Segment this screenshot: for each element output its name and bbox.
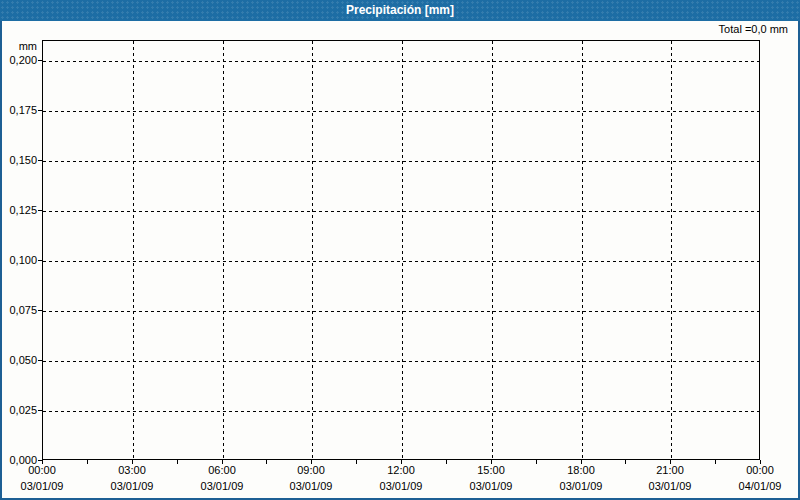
y-tick-label: 0,150 [0, 153, 37, 167]
x-axis-minor-tick [311, 460, 312, 464]
x-time-label: 00:00 [730, 464, 790, 476]
y-axis-unit-label: mm [0, 39, 37, 53]
y-axis-tick [38, 60, 42, 61]
x-axis-minor-tick [87, 460, 88, 464]
x-gridline [671, 41, 672, 459]
y-gridline [43, 161, 759, 162]
y-axis-tick [38, 310, 42, 311]
x-axis-minor-tick [491, 460, 492, 464]
chart-title-bar: Precipitación [mm] [0, 0, 800, 21]
x-axis-minor-tick [760, 460, 761, 464]
y-axis-tick [38, 110, 42, 111]
x-time-label: 06:00 [192, 464, 252, 476]
x-axis-minor-tick [266, 460, 267, 464]
x-gridline [133, 41, 134, 459]
y-gridline [43, 361, 759, 362]
x-date-label: 03/01/09 [366, 480, 436, 492]
y-axis-tick [38, 210, 42, 211]
x-axis-minor-tick [715, 460, 716, 464]
x-date-label: 03/01/09 [635, 480, 705, 492]
x-gridline [312, 41, 313, 459]
x-axis-minor-tick [581, 460, 582, 464]
x-date-label: 03/01/09 [7, 480, 77, 492]
x-date-label: 04/01/09 [725, 480, 795, 492]
x-axis-minor-tick [446, 460, 447, 464]
x-date-label: 03/01/09 [187, 480, 257, 492]
y-tick-label: 0,050 [0, 353, 37, 367]
y-gridline [43, 411, 759, 412]
x-gridline [492, 41, 493, 459]
x-time-label: 03:00 [102, 464, 162, 476]
x-time-label: 12:00 [371, 464, 431, 476]
y-tick-label: 0,100 [0, 253, 37, 267]
y-axis-tick [38, 360, 42, 361]
y-axis-tick [38, 410, 42, 411]
y-gridline [43, 211, 759, 212]
x-axis-minor-tick [42, 460, 43, 464]
x-gridline [223, 41, 224, 459]
y-gridline [43, 261, 759, 262]
x-time-label: 18:00 [551, 464, 611, 476]
y-tick-label: 0,200 [0, 53, 37, 67]
chart-window: Precipitación [mm] Total =0,0 mm mm 0,20… [0, 0, 800, 500]
y-tick-label: 0,175 [0, 103, 37, 117]
chart-title: Precipitación [mm] [346, 3, 454, 17]
x-axis-minor-tick [670, 460, 671, 464]
y-gridline [43, 61, 759, 62]
x-gridline [582, 41, 583, 459]
y-gridline [43, 111, 759, 112]
x-axis-minor-tick [356, 460, 357, 464]
x-time-label: 21:00 [640, 464, 700, 476]
x-axis-minor-tick [132, 460, 133, 464]
x-time-label: 15:00 [461, 464, 521, 476]
x-time-label: 00:00 [12, 464, 72, 476]
x-time-label: 09:00 [281, 464, 341, 476]
x-date-label: 03/01/09 [456, 480, 526, 492]
y-tick-label: 0,025 [0, 403, 37, 417]
y-axis-tick [38, 260, 42, 261]
x-date-label: 03/01/09 [276, 480, 346, 492]
y-tick-label: 0,125 [0, 203, 37, 217]
y-axis-tick [38, 160, 42, 161]
total-annotation: Total =0,0 mm [719, 23, 788, 35]
x-axis-minor-tick [177, 460, 178, 464]
plot-area[interactable] [42, 40, 760, 460]
y-gridline [43, 311, 759, 312]
x-axis-minor-tick [536, 460, 537, 464]
x-axis-minor-tick [625, 460, 626, 464]
x-axis-minor-tick [401, 460, 402, 464]
y-tick-label: 0,075 [0, 303, 37, 317]
x-date-label: 03/01/09 [97, 480, 167, 492]
x-axis-minor-tick [222, 460, 223, 464]
x-gridline [402, 41, 403, 459]
x-date-label: 03/01/09 [546, 480, 616, 492]
